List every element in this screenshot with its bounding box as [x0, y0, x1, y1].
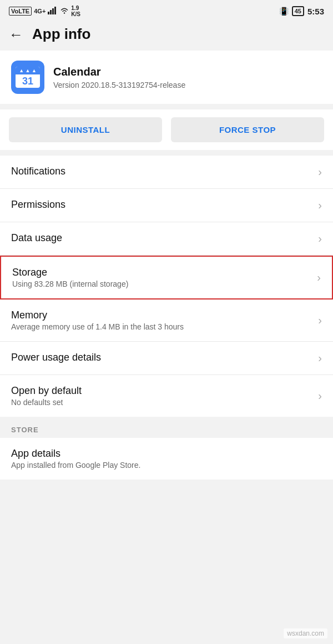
menu-item-title-permissions: Permissions: [11, 199, 65, 211]
menu-item-title-storage: Storage: [12, 267, 128, 278]
menu-item-title-power-usage: Power usage details: [11, 352, 101, 363]
wifi-icon: [60, 7, 69, 15]
menu-item-subtitle-storage: Using 83.28 MB (internal storage): [12, 279, 128, 288]
store-label: STORE: [11, 426, 39, 434]
status-right: 📳 45 5:53: [279, 6, 324, 16]
menu-item-title-data-usage: Data usage: [11, 232, 62, 244]
svg-rect-1: [50, 10, 52, 14]
app-version: Version 2020.18.5-313192754-release: [53, 81, 185, 89]
signal-bars: [48, 7, 58, 16]
chevron-right-icon: ›: [318, 166, 322, 178]
action-buttons: UNINSTALL FORCE STOP: [0, 109, 333, 150]
vibrate-icon: 📳: [279, 7, 289, 16]
store-section-label-row: STORE: [0, 417, 333, 438]
store-item-title-app-details: App details: [11, 448, 140, 460]
chevron-right-icon: ›: [318, 352, 322, 365]
uninstall-button[interactable]: UNINSTALL: [9, 117, 162, 142]
carrier-label: VoLTE: [9, 7, 32, 16]
menu-item-permissions[interactable]: Permissions›: [0, 189, 333, 222]
app-card: ▲ ▲ ▲ 31 Calendar Version 2020.18.5-3131…: [0, 51, 333, 104]
store-section: App detailsApp installed from Google Pla…: [0, 438, 333, 480]
battery-indicator: 45: [292, 6, 304, 16]
chevron-right-icon: ›: [317, 271, 321, 284]
calendar-day: 31: [16, 74, 40, 88]
svg-rect-2: [52, 8, 54, 14]
menu-item-title-memory: Memory: [11, 309, 184, 321]
status-left: VoLTE 4G+ 1.9K/S: [9, 5, 80, 17]
force-stop-button[interactable]: FORCE STOP: [171, 117, 324, 142]
page-title: App info: [32, 26, 90, 43]
back-button[interactable]: ←: [9, 27, 23, 42]
time-label: 5:53: [307, 7, 324, 16]
store-item-app-details[interactable]: App detailsApp installed from Google Pla…: [0, 438, 333, 480]
svg-rect-3: [54, 7, 56, 14]
menu-item-memory[interactable]: MemoryAverage memory use of 1.4 MB in th…: [0, 299, 333, 342]
chevron-right-icon: ›: [318, 199, 322, 212]
menu-item-open-by-default[interactable]: Open by defaultNo defaults set›: [0, 375, 333, 417]
network-label: 4G+: [34, 8, 46, 14]
menu-item-data-usage[interactable]: Data usage›: [0, 222, 333, 256]
menu-item-title-open-by-default: Open by default: [11, 385, 82, 397]
svg-point-4: [64, 12, 65, 13]
chevron-right-icon: ›: [318, 232, 322, 245]
menu-section: Notifications›Permissions›Data usage›Sto…: [0, 156, 333, 417]
menu-item-power-usage[interactable]: Power usage details›: [0, 342, 333, 375]
menu-item-subtitle-open-by-default: No defaults set: [11, 398, 82, 407]
watermark: wsxdan.com: [284, 628, 327, 638]
chevron-right-icon: ›: [318, 314, 322, 327]
store-item-subtitle-app-details: App installed from Google Play Store.: [11, 461, 140, 470]
status-bar: VoLTE 4G+ 1.9K/S 📳 45 5:53: [0, 0, 333, 20]
speed-label: 1.9K/S: [71, 5, 80, 17]
app-name: Calendar: [53, 66, 185, 78]
app-icon: ▲ ▲ ▲ 31: [11, 61, 44, 94]
menu-item-storage[interactable]: StorageUsing 83.28 MB (internal storage)…: [0, 256, 333, 299]
chevron-right-icon: ›: [318, 390, 322, 402]
app-info-header: ← App info: [0, 20, 333, 51]
menu-item-subtitle-memory: Average memory use of 1.4 MB in the last…: [11, 322, 184, 331]
svg-rect-0: [48, 12, 49, 14]
menu-item-title-notifications: Notifications: [11, 166, 65, 177]
menu-item-notifications[interactable]: Notifications›: [0, 156, 333, 189]
